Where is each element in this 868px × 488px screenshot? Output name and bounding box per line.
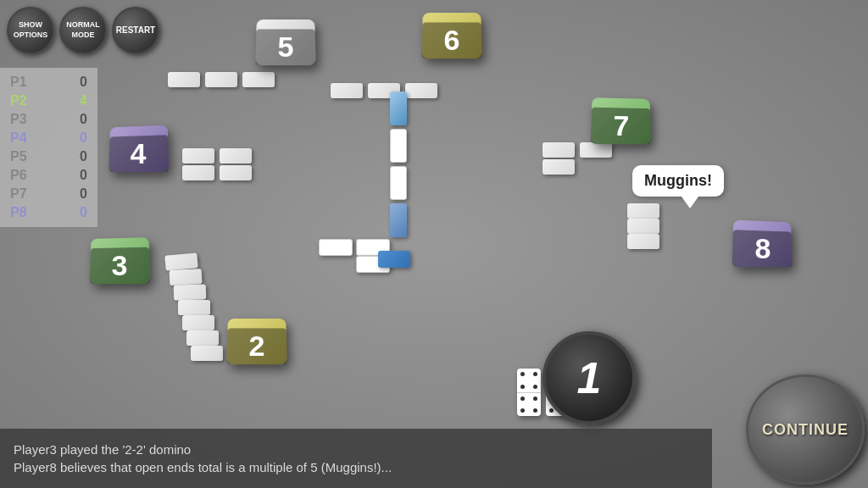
score-val-p7: 0 — [80, 186, 87, 202]
domino-tile — [170, 269, 203, 286]
status-message-1: Player3 played the '2-2' domino — [14, 442, 698, 457]
restart-button[interactable]: RESTART — [112, 7, 159, 54]
domino-tile — [627, 203, 659, 219]
face-up-domino — [517, 369, 541, 416]
domino-tile — [405, 83, 437, 98]
score-label-p5: P5 — [10, 149, 27, 164]
player-token-6: 6 — [421, 13, 482, 58]
domino-tile — [182, 148, 214, 164]
show-options-button[interactable]: SHOW OPTIONS — [7, 7, 54, 54]
domino-chain-tile — [319, 239, 353, 256]
player-token-7: 7 — [591, 97, 651, 144]
score-val-p8: 0 — [80, 205, 87, 220]
domino-chain-tile — [390, 129, 407, 163]
score-label-p7: P7 — [10, 186, 27, 202]
score-val-p3: 0 — [80, 112, 87, 127]
player1-circle: 1 — [542, 331, 636, 424]
continue-button[interactable]: CONTINUE — [746, 374, 865, 485]
continue-label: CONTINUE — [762, 421, 849, 439]
domino-chain-blue — [378, 251, 410, 268]
status-bar: Player3 played the '2-2' domino Player8 … — [0, 429, 712, 488]
score-row-p2: P2 4 — [7, 92, 91, 110]
score-val-p4: 0 — [80, 130, 87, 146]
score-label-p8: P8 — [10, 205, 27, 220]
domino-chain-tile — [390, 92, 407, 125]
player-token-4: 4 — [108, 125, 169, 173]
domino-tile — [580, 142, 612, 158]
score-row-p7: P7 0 — [7, 185, 91, 203]
domino-tile — [331, 83, 363, 98]
domino-tile — [174, 284, 207, 300]
score-label-p1: P1 — [10, 75, 27, 90]
score-label-p2: P2 — [10, 93, 27, 108]
domino-tile — [542, 159, 575, 175]
score-val-p6: 0 — [80, 168, 87, 183]
player-token-2: 2 — [226, 319, 287, 364]
normal-mode-button[interactable]: NORMAL MODE — [59, 7, 107, 54]
score-val-p1: 0 — [80, 75, 87, 90]
speech-bubble: Muggins! — [632, 165, 724, 197]
top-buttons: SHOW OPTIONS NORMAL MODE RESTART — [7, 7, 159, 54]
domino-tile — [164, 252, 198, 270]
score-row-p8: P8 0 — [7, 203, 91, 222]
score-label-p4: P4 — [10, 130, 27, 146]
domino-tile — [627, 219, 659, 234]
score-panel: P1 0 P2 4 P3 0 P4 0 P5 0 P6 0 P7 0 P8 0 — [0, 68, 97, 227]
domino-tile — [178, 300, 210, 315]
domino-chain-tile — [390, 166, 407, 200]
status-message-2: Player8 believes that open ends total is… — [14, 460, 698, 474]
domino-tile — [168, 72, 200, 87]
game-board: SHOW OPTIONS NORMAL MODE RESTART P1 0 P2… — [0, 0, 868, 488]
player-token-3: 3 — [90, 237, 150, 284]
domino-tile — [627, 234, 659, 249]
domino-tile — [220, 148, 252, 164]
score-label-p3: P3 — [10, 112, 27, 127]
domino-tile — [191, 346, 223, 361]
player1-number: 1 — [577, 352, 602, 403]
domino-tile — [242, 72, 275, 87]
score-label-p6: P6 — [10, 168, 27, 183]
score-row-p4: P4 0 — [7, 129, 91, 147]
score-row-p6: P6 0 — [7, 166, 91, 185]
score-val-p2: 4 — [80, 93, 87, 108]
player-token-8: 8 — [732, 220, 793, 268]
score-row-p5: P5 0 — [7, 147, 91, 166]
score-row-p3: P3 0 — [7, 110, 91, 129]
domino-tile — [542, 142, 575, 158]
domino-tile — [205, 72, 237, 87]
domino-tile — [186, 330, 219, 346]
score-val-p5: 0 — [80, 149, 87, 164]
score-row-p1: P1 0 — [7, 73, 91, 92]
domino-chain-tile — [390, 203, 407, 237]
player-token-5: 5 — [255, 19, 316, 65]
domino-tile — [182, 315, 214, 330]
domino-tile — [220, 165, 252, 180]
domino-tile — [182, 165, 214, 180]
